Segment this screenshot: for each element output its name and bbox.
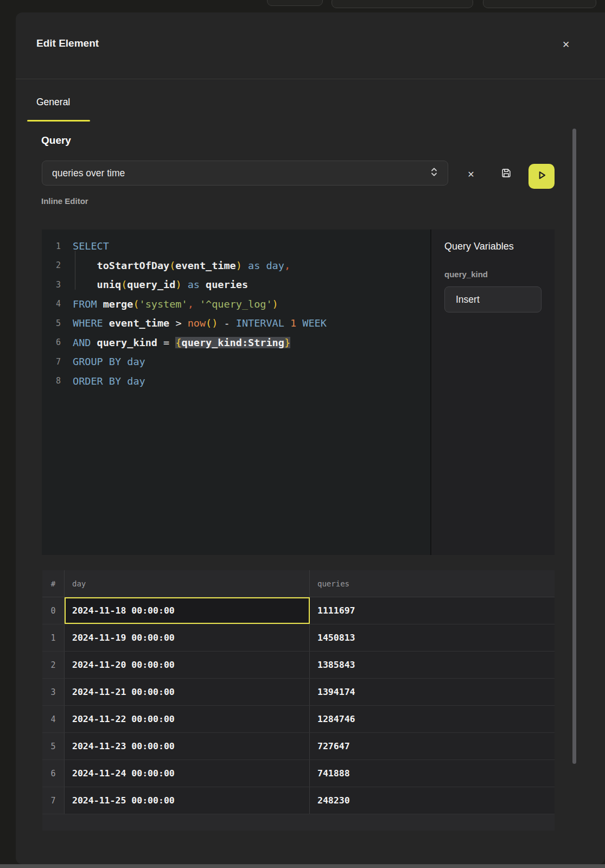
line-number: 2: [42, 260, 61, 270]
results-table-footer: [42, 814, 555, 831]
clear-query-button[interactable]: ✕: [463, 166, 479, 182]
code-line: 3 uniq(query_id) as queries: [42, 275, 430, 295]
active-tab-indicator: [27, 120, 90, 122]
table-row: 22024-11-20 00:00:001385843: [42, 652, 555, 679]
code-lines: 1SELECT2 toStartOfDay(event_time) as day…: [42, 237, 430, 391]
day-cell[interactable]: 2024-11-23 00:00:00: [65, 733, 310, 760]
column-header-queries: queries: [310, 570, 555, 597]
day-cell[interactable]: 2024-11-19 00:00:00: [65, 624, 310, 651]
line-number: 6: [42, 337, 61, 347]
query-variables-heading: Query Variables: [444, 241, 514, 252]
query-select[interactable]: queries over time: [42, 161, 448, 186]
line-number: 5: [42, 318, 61, 328]
column-header-index: #: [42, 570, 65, 597]
code-line: 8ORDER BY day: [42, 372, 430, 391]
insert-variable-button[interactable]: Insert: [444, 286, 542, 312]
header-divider: [16, 79, 605, 79]
table-row: 72024-11-25 00:00:00248230: [42, 787, 555, 814]
chevron-updown-icon: [430, 167, 438, 180]
run-query-button[interactable]: [528, 164, 555, 189]
table-row: 62024-11-24 00:00:00741888: [42, 760, 555, 787]
queries-cell[interactable]: 1450813: [310, 624, 555, 651]
query-section-heading: Query: [41, 135, 71, 146]
day-cell-selected[interactable]: 2024-11-18 00:00:00: [65, 597, 310, 624]
table-row: 32024-11-21 00:00:001394174: [42, 679, 555, 706]
row-index-cell: 4: [42, 706, 65, 732]
row-index-cell: 6: [42, 760, 65, 787]
queries-cell[interactable]: 1111697: [310, 597, 555, 624]
edit-element-modal: Edit Element ✕ General Query queries ove…: [16, 12, 605, 864]
query-select-value: queries over time: [52, 168, 430, 179]
table-row: 12024-11-19 00:00:001450813: [42, 624, 555, 652]
day-cell[interactable]: 2024-11-25 00:00:00: [65, 787, 310, 814]
day-cell[interactable]: 2024-11-22 00:00:00: [65, 706, 310, 732]
code-line: 4FROM merge('system', '^query_log'): [42, 295, 430, 314]
save-query-button[interactable]: [498, 166, 514, 182]
modal-title: Edit Element: [36, 37, 99, 49]
code-line: 1SELECT: [42, 237, 430, 256]
row-index-cell: 2: [42, 652, 65, 678]
inline-editor-label: Inline Editor: [41, 196, 88, 206]
table-row: 42024-11-22 00:00:001284746: [42, 706, 555, 733]
line-number: 7: [42, 357, 61, 367]
queries-cell[interactable]: 248230: [310, 787, 555, 814]
queries-cell[interactable]: 741888: [310, 760, 555, 787]
code-line: 7GROUP BY day: [42, 352, 430, 372]
row-index-cell: 1: [42, 624, 65, 651]
code-line: 2 toStartOfDay(event_time) as day,: [42, 256, 430, 276]
floppy-disk-icon: [500, 167, 512, 181]
results-table: # day queries 02024-11-18 00:00:00111169…: [42, 570, 555, 831]
row-index-cell: 7: [42, 787, 65, 814]
line-number: 4: [42, 299, 61, 309]
sql-editor: 1SELECT2 toStartOfDay(event_time) as day…: [42, 229, 555, 555]
code-pane[interactable]: 1SELECT2 toStartOfDay(event_time) as day…: [42, 229, 430, 555]
code-line: 5WHERE event_time > now() - INTERVAL 1 W…: [42, 314, 430, 333]
page-background: Edit Element ✕ General Query queries ove…: [0, 0, 605, 868]
line-number: 1: [42, 241, 61, 251]
row-index-cell: 3: [42, 679, 65, 705]
query-variables-panel: Query Variables query_kind Insert: [431, 229, 555, 555]
row-index-cell: 5: [42, 733, 65, 760]
day-cell[interactable]: 2024-11-21 00:00:00: [65, 679, 310, 705]
play-icon: [534, 168, 549, 184]
column-header-day: day: [65, 570, 310, 597]
code-line: 6AND query_kind = {query_kind:String}: [42, 333, 430, 353]
table-row: 02024-11-18 00:00:001111697: [42, 597, 555, 624]
day-cell[interactable]: 2024-11-24 00:00:00: [65, 760, 310, 787]
results-table-header: # day queries: [42, 570, 555, 597]
background-toolbar-button-2[interactable]: [332, 0, 473, 8]
variable-name-label: query_kind: [444, 270, 488, 279]
background-toolbar-button-3[interactable]: [483, 0, 596, 8]
queries-cell[interactable]: 1385843: [310, 652, 555, 678]
background-toolbar-button-1[interactable]: [267, 0, 323, 6]
table-row: 52024-11-23 00:00:00727647: [42, 733, 555, 760]
day-cell[interactable]: 2024-11-20 00:00:00: [65, 652, 310, 678]
line-number: 8: [42, 376, 61, 386]
modal-scrollbar[interactable]: [572, 129, 576, 764]
tab-general[interactable]: General: [36, 97, 70, 108]
row-index-cell: 0: [42, 597, 65, 624]
queries-cell[interactable]: 1394174: [310, 679, 555, 705]
bottom-edge-bar: [0, 864, 605, 868]
queries-cell[interactable]: 1284746: [310, 706, 555, 732]
close-icon[interactable]: ✕: [558, 37, 574, 52]
line-number: 3: [42, 280, 61, 290]
queries-cell[interactable]: 727647: [310, 733, 555, 760]
